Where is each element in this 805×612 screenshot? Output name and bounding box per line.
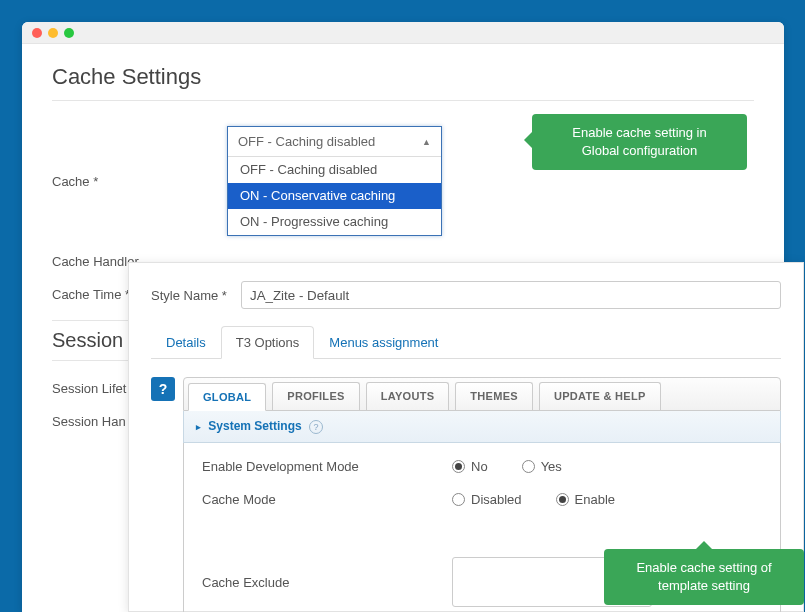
template-settings-panel: Style Name * Details T3 Options Menus as… (128, 262, 804, 612)
radio-icon (556, 493, 569, 506)
system-settings-header[interactable]: ▸ System Settings ? (183, 411, 781, 443)
dev-mode-yes-option[interactable]: Yes (522, 459, 562, 474)
style-name-row: Style Name * (151, 281, 781, 309)
help-small-icon[interactable]: ? (309, 420, 323, 434)
cache-exclude-label: Cache Exclude (202, 575, 452, 590)
radio-label: Disabled (471, 492, 522, 507)
page-title: Cache Settings (52, 64, 754, 101)
caret-right-icon: ▸ (196, 422, 201, 432)
inner-tab-row: GLOBAL PROFILES LAYOUTS THEMES UPDATE & … (183, 377, 781, 411)
radio-icon (452, 460, 465, 473)
cache-row: Cache * OFF - Caching disabled ▲ OFF - C… (52, 126, 754, 236)
inner-tab-update-help[interactable]: UPDATE & HELP (539, 382, 661, 410)
radio-icon (452, 493, 465, 506)
chevron-up-icon: ▲ (422, 127, 431, 157)
inner-tab-global[interactable]: GLOBAL (188, 383, 266, 411)
inner-tab-themes[interactable]: THEMES (455, 382, 533, 410)
inner-panel: ? GLOBAL PROFILES LAYOUTS THEMES UPDATE … (151, 377, 781, 612)
cache-label: Cache * (52, 174, 227, 189)
tooltip-line: Enable cache setting in (548, 124, 731, 142)
tooltip-line: template setting (620, 577, 788, 595)
tooltip-line: Enable cache setting of (620, 559, 788, 577)
tooltip-global-cache: Enable cache setting in Global configura… (532, 114, 747, 170)
dropdown-option-off[interactable]: OFF - Caching disabled (228, 157, 441, 183)
dropdown-option-progressive[interactable]: ON - Progressive caching (228, 209, 441, 235)
style-name-label: Style Name * (151, 288, 241, 303)
style-name-input[interactable] (241, 281, 781, 309)
cache-mode-radio-group: Disabled Enable (452, 492, 615, 507)
dropdown-list: OFF - Caching disabled ON - Conservative… (228, 157, 441, 235)
cache-mode-disabled-option[interactable]: Disabled (452, 492, 522, 507)
close-icon[interactable] (32, 28, 42, 38)
dropdown-selected-text: OFF - Caching disabled (238, 127, 375, 157)
tooltip-template-cache: Enable cache setting of template setting (604, 549, 804, 605)
minimize-icon[interactable] (48, 28, 58, 38)
dev-mode-radio-group: No Yes (452, 459, 562, 474)
titlebar (22, 22, 784, 44)
inner-tab-profiles[interactable]: PROFILES (272, 382, 359, 410)
help-icon[interactable]: ? (151, 377, 175, 401)
tab-details[interactable]: Details (151, 326, 221, 359)
system-settings-label: System Settings (208, 419, 301, 433)
radio-icon (522, 460, 535, 473)
tab-t3-options[interactable]: T3 Options (221, 326, 315, 359)
tooltip-line: Global configuration (548, 142, 731, 160)
cache-mode-row: Cache Mode Disabled Enable (202, 492, 762, 507)
radio-label: Enable (575, 492, 615, 507)
dev-mode-no-option[interactable]: No (452, 459, 488, 474)
dev-mode-row: Enable Development Mode No Yes (202, 459, 762, 474)
inner-tabs-container: GLOBAL PROFILES LAYOUTS THEMES UPDATE & … (183, 377, 781, 612)
maximize-icon[interactable] (64, 28, 74, 38)
cache-mode-label: Cache Mode (202, 492, 452, 507)
outer-tabs: Details T3 Options Menus assignment (151, 325, 781, 359)
inner-tab-layouts[interactable]: LAYOUTS (366, 382, 450, 410)
dropdown-option-conservative[interactable]: ON - Conservative caching (228, 183, 441, 209)
dropdown-selected[interactable]: OFF - Caching disabled ▲ (228, 127, 441, 157)
dev-mode-label: Enable Development Mode (202, 459, 452, 474)
radio-label: No (471, 459, 488, 474)
tab-menus-assignment[interactable]: Menus assignment (314, 326, 453, 359)
radio-label: Yes (541, 459, 562, 474)
cache-dropdown[interactable]: OFF - Caching disabled ▲ OFF - Caching d… (227, 126, 442, 236)
cache-mode-enable-option[interactable]: Enable (556, 492, 615, 507)
inner-body: Enable Development Mode No Yes Cache Mo (183, 443, 781, 612)
